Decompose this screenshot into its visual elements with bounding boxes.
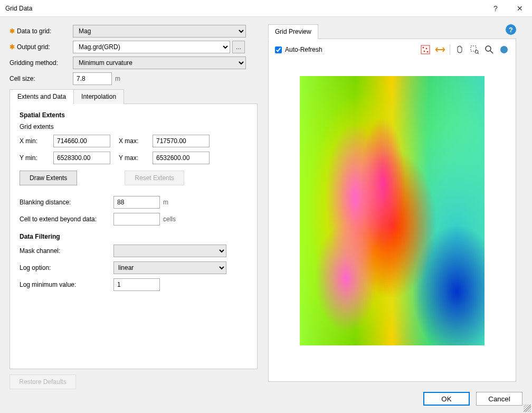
spatial-extents-title: Spatial Extents [20, 111, 248, 119]
mask-channel-label: Mask channel: [20, 247, 113, 255]
cell-size-input[interactable] [73, 72, 112, 85]
ok-button[interactable]: OK [423, 392, 470, 406]
resize-grip-icon[interactable] [524, 405, 531, 412]
svg-point-9 [486, 46, 491, 51]
svg-line-8 [478, 53, 479, 54]
ymax-input[interactable] [153, 152, 210, 164]
ymin-input[interactable] [53, 152, 110, 164]
xmax-input[interactable] [153, 135, 210, 147]
help-icon[interactable]: ? [506, 24, 516, 35]
tab-interpolation[interactable]: Interpolation [73, 89, 124, 104]
ymin-label: Y min: [20, 154, 45, 162]
xmin-input[interactable] [53, 135, 110, 147]
extend-cells-input[interactable] [113, 213, 160, 226]
tab-pane-extents: Spatial Extents Grid extents X min: X ma… [10, 104, 258, 369]
data-to-grid-select[interactable]: Mag [73, 25, 246, 37]
auto-refresh-label: Auto-Refresh [285, 46, 322, 53]
cancel-button[interactable]: Cancel [476, 392, 522, 406]
auto-refresh-checkbox[interactable] [275, 46, 282, 53]
gridding-method-label: Gridding method: [10, 59, 73, 67]
draw-extents-button[interactable]: Draw Extents [20, 171, 77, 185]
globe-icon[interactable] [499, 44, 509, 55]
svg-point-3 [424, 51, 425, 52]
data-to-grid-label: ✱Data to grid: [10, 27, 73, 35]
output-grid-label: ✱Output grid: [10, 43, 73, 51]
svg-point-2 [426, 48, 428, 50]
grid-extents-label: Grid extents [20, 123, 248, 130]
extend-unit: cells [163, 215, 176, 223]
extend-cells-label: Cell to extend beyond data: [20, 215, 113, 223]
blanking-distance-input[interactable] [113, 196, 160, 209]
pan-icon[interactable] [454, 44, 465, 55]
tab-extents-and-data[interactable]: Extents and Data [10, 89, 74, 104]
output-grid-select[interactable]: Mag.grd(GRD) [73, 41, 230, 53]
svg-line-10 [490, 51, 493, 53]
log-option-select[interactable]: linear [113, 261, 226, 274]
blanking-distance-label: Blanking distance: [20, 199, 113, 206]
grid-preview-image [300, 76, 484, 345]
blanking-unit: m [163, 199, 168, 206]
log-min-label: Log minimum value: [20, 281, 113, 288]
log-min-input[interactable] [113, 278, 160, 291]
log-option-label: Log option: [20, 264, 113, 271]
reset-extents-button: Reset Extents [125, 171, 184, 185]
window-title: Grid Data [5, 5, 483, 12]
xmin-label: X min: [20, 137, 45, 145]
svg-rect-0 [421, 45, 430, 54]
svg-rect-6 [471, 46, 476, 51]
gridding-method-select[interactable]: Minimum curvature [73, 57, 246, 69]
mask-channel-select[interactable] [113, 245, 226, 257]
tabs: Extents and Data Interpolation [10, 89, 258, 104]
browse-button[interactable]: … [232, 41, 245, 53]
zoom-box-icon[interactable] [469, 44, 480, 55]
grid-preview-panel: Auto-Refresh [268, 39, 516, 382]
cell-size-label: Cell size: [10, 75, 73, 82]
dialog-footer: OK Cancel [423, 392, 522, 406]
close-icon[interactable]: ✕ [508, 0, 532, 17]
titlebar: Grid Data ? ✕ [0, 0, 532, 17]
data-filtering-title: Data Filtering [20, 233, 248, 240]
svg-point-11 [500, 46, 508, 53]
grid-preview-tab[interactable]: Grid Preview [268, 24, 318, 39]
zoom-icon[interactable] [484, 44, 495, 55]
extents-icon[interactable] [435, 44, 445, 55]
ymax-label: Y max: [119, 154, 144, 162]
svg-point-4 [427, 51, 429, 53]
help-question-icon[interactable]: ? [483, 0, 508, 17]
svg-point-1 [423, 47, 424, 49]
xmax-label: X max: [119, 137, 144, 145]
restore-defaults-button: Restore Defaults [10, 374, 76, 389]
cell-size-unit: m [115, 75, 120, 82]
scatter-icon[interactable] [420, 44, 431, 55]
